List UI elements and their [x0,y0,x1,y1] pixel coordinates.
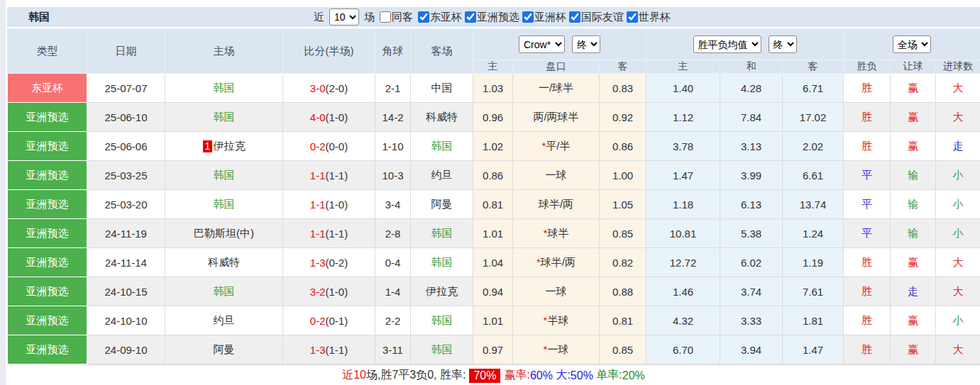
footer-part: 近10 [342,368,366,383]
rank-badge: 1 [203,140,213,152]
odds-company-select[interactable]: Crow* [519,35,565,53]
competition-filter[interactable]: 亚洲预选 [462,11,519,24]
corners-cell: 0-4 [375,248,411,277]
type-badge: 东亚杯 [8,74,87,103]
handicap-cell: *球半 [513,219,600,248]
handicap-line: 一球 [547,343,568,355]
footer-part: 20% [622,369,645,382]
odds-state-select[interactable]: 终 [572,35,600,53]
subcol-odds-away: 客 [600,60,646,74]
type-badge: 亚洲预选 [8,190,87,219]
scope-select[interactable]: 全场 [893,35,931,53]
away-team-cell: 阿曼 [411,190,473,219]
table-header-row: 类型 日期 主场 比分(半场) 角球 客场 Crow*终 胜平负均值终 全场 [8,29,980,60]
competition-checkbox[interactable] [627,11,638,23]
subcol-mean-home: 主 [646,60,720,74]
mean-home-cell: 6.70 [646,335,720,364]
mean-away-cell: 1.47 [783,335,844,364]
odds-away-cell: 0.83 [600,74,646,103]
result-cell: 胜 [844,335,891,364]
home-team: 韩国 [214,82,235,94]
matches-label: 场 [364,11,375,24]
corners-cell: 2-1 [375,74,411,103]
corners-cell: 2-8 [375,219,411,248]
odds-group-header: Crow*终 [473,29,646,60]
score-cell: 1-1(1-1) [283,161,375,190]
type-badge: 亚洲预选 [8,161,87,190]
goals-result-cell: 小 [936,219,980,248]
odds-home-cell: 0.94 [473,277,513,306]
away-team-cell: 韩国 [411,132,473,161]
same-away-checkbox[interactable] [380,11,391,23]
mean-draw-cell: 6.13 [720,190,783,219]
home-team-cell: 约旦 [165,306,283,335]
recent-count-select[interactable]: 10 [329,9,359,26]
odds-home-cell: 0.81 [473,190,513,219]
subcol-goals: 进球数 [936,60,980,74]
competition-filter[interactable]: 国际友谊 [566,11,624,24]
result-cell: 胜 [844,74,891,103]
mean-draw-cell: 3.13 [720,132,783,161]
halftime-score: (1-1) [326,228,348,240]
corners-cell: 1-10 [375,132,411,161]
col-header-date: 日期 [87,29,165,74]
score-cell: 0-2(0-0) [283,132,375,161]
mean-away-cell: 1.81 [783,306,844,335]
score-cell: 3-2(1-0) [283,277,375,306]
mean-away-cell: 1.24 [783,219,844,248]
away-team-cell: 中国 [411,74,473,103]
home-team: 韩国 [214,169,235,181]
mean-draw-cell: 3.74 [720,277,783,306]
handicap-cell: 一/球半 [513,74,600,103]
table-row: 亚洲预选 25-06-06 1伊拉克 0-2(0-0) 1-10 韩国 1.02… [8,132,980,161]
odds-away-cell: 0.81 [600,306,646,335]
subcol-handicap-result: 让球 [891,60,936,74]
result-cell: 平 [844,190,891,219]
handicap-line: 半球 [547,314,568,326]
mean-draw-cell: 5.38 [720,219,783,248]
odds-away-cell: 1.00 [600,161,646,190]
competition-checkbox[interactable] [418,11,429,23]
odds-away-cell: 0.85 [600,335,646,364]
corners-cell: 3-4 [375,190,411,219]
goals-result-cell: 大 [936,335,980,364]
halftime-score: (1-0) [326,111,348,123]
mean-draw-cell: 3.33 [720,306,783,335]
mean-state-select[interactable]: 终 [769,35,797,53]
odds-home-cell: 1.04 [473,248,513,277]
handicap-line: 球半/两 [539,198,573,210]
mean-away-cell: 6.61 [783,161,844,190]
away-team: 韩国 [431,256,453,268]
footer-part: 胜7平3负0, 胜率: [380,368,466,383]
competition-checkbox[interactable] [465,11,476,23]
away-team: 韩国 [431,227,453,239]
competition-checkbox[interactable] [522,11,534,23]
mean-home-cell: 1.40 [646,74,720,103]
competition-filter[interactable]: 世界杯 [624,11,671,24]
competition-filter[interactable]: 亚洲杯 [519,11,566,24]
col-header-score: 比分(半场) [283,29,375,74]
odds-away-cell: 0.88 [600,277,646,306]
odds-home-cell: 1.02 [473,132,513,161]
table-row: 亚洲预选 24-10-15 韩国 3-2(1-0) 1-4 伊拉克 0.94 一… [8,277,980,306]
mean-type-select[interactable]: 胜平负均值 [693,35,761,53]
fulltime-score: 1-1 [310,199,326,211]
type-badge: 亚洲预选 [8,219,87,248]
filter-controls: 近 10 场 同客 东亚杯 亚洲预选 亚洲杯 国际友谊 世界杯 [314,9,671,26]
home-team-cell: 巴勒斯坦(中) [165,219,283,248]
col-header-corner: 角球 [375,29,411,74]
home-team: 巴勒斯坦(中) [194,227,254,239]
subcol-odds-home: 主 [473,60,513,74]
competition-filter[interactable]: 东亚杯 [415,11,462,24]
corners-cell: 2-2 [375,306,411,335]
result-cell: 平 [844,219,891,248]
same-away-filter[interactable]: 同客 [377,11,413,24]
away-team-cell: 科威特 [411,103,473,132]
handicap-cell: *平/半 [513,132,600,161]
goals-result-cell: 小 [936,161,980,190]
competition-checkbox[interactable] [569,11,580,23]
home-team-cell: 韩国 [165,74,283,103]
footer-part: 60% [530,369,553,382]
corners-cell: 14-2 [375,103,411,132]
handicap-line: 一球 [546,285,567,297]
